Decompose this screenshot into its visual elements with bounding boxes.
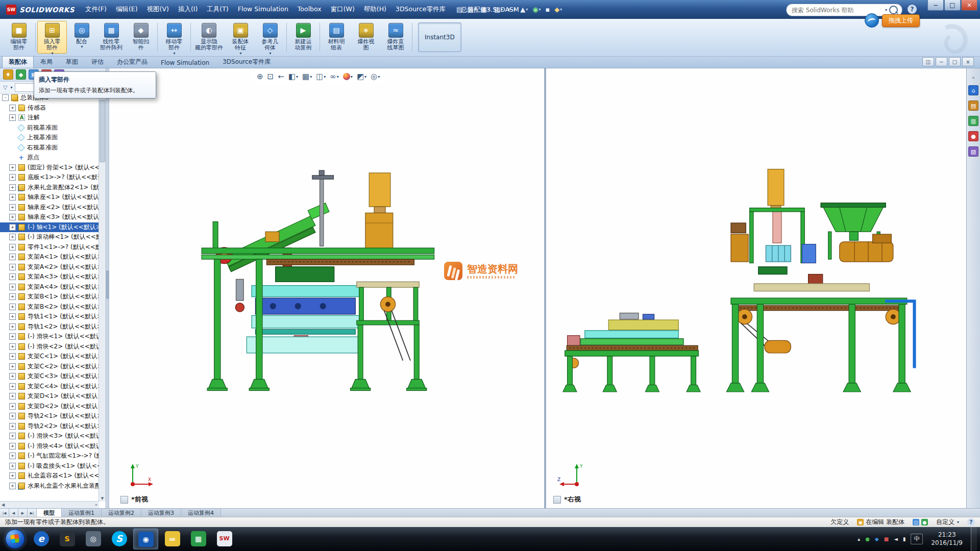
menu-item-4[interactable]: 工具(T) — [202, 3, 233, 16]
expand-toggle-icon[interactable]: + — [9, 353, 16, 360]
ribbon-smart-fasteners-button[interactable]: ◆智能扣件 — [126, 21, 156, 54]
tree-item-12[interactable]: +轴承座<3> (默认<<默认) — [0, 212, 99, 222]
instant3d-button[interactable]: Instant3D — [418, 22, 461, 52]
tree-item-31[interactable]: +支架D<2> (默认<<默认>_ — [0, 402, 99, 412]
expand-toggle-icon[interactable]: + — [9, 343, 16, 350]
expand-toggle-icon[interactable]: + — [9, 313, 16, 320]
tree-item-30[interactable]: +支架D<1> (默认<<默认>_ — [0, 391, 99, 402]
network-icon[interactable]: ▮ — [903, 537, 906, 542]
tree-item-3[interactable]: 前视基准面 — [0, 123, 99, 133]
tree-item-11[interactable]: +轴承座<2> (默认<<默认) — [0, 203, 99, 213]
zoom-fit-icon[interactable]: ⊕ — [255, 71, 265, 82]
sogou-input-icon[interactable]: S — [55, 529, 79, 548]
expand-toggle-icon[interactable]: + — [9, 224, 16, 231]
ribbon-move-component-button[interactable]: ↔移动零部件▾ — [159, 21, 189, 54]
zoom-area-icon[interactable]: ⊡ — [266, 71, 276, 82]
customize-control[interactable]: 自定义 ▾ — [936, 518, 959, 527]
tree-item-19[interactable]: +支架A<4> (默认<<默认>_ — [0, 282, 99, 292]
expand-toggle-icon[interactable]: + — [9, 373, 16, 380]
tree-item-21[interactable]: +支架B<2> (默认<<默认>_ — [0, 302, 99, 312]
tree-item-9[interactable]: +水果礼盒装配体2<1> (默认 — [0, 183, 99, 193]
tree-item-13[interactable]: +(-) 轴<1> (默认<<默认>_1 — [0, 222, 99, 233]
expand-toggle-icon[interactable]: + — [9, 244, 16, 251]
expand-toggle-icon[interactable]: + — [9, 273, 16, 280]
expand-toggle-icon[interactable]: + — [9, 114, 16, 121]
tree-item-4[interactable]: 上视基准面 — [0, 133, 99, 143]
filter-icon[interactable]: ▽ — [3, 84, 7, 91]
tree-item-39[interactable]: +水果礼盒盖个水果礼盒装配 — [0, 481, 99, 491]
expand-toggle-icon[interactable]: + — [9, 393, 16, 399]
expand-toggle-icon[interactable]: + — [9, 234, 16, 240]
ribbon-linear-pattern-button[interactable]: ▦线性零部件阵列 — [96, 21, 126, 54]
expand-toggle-icon[interactable]: + — [9, 433, 16, 439]
expand-toggle-icon[interactable]: + — [9, 483, 16, 489]
expand-toggle-icon[interactable]: + — [9, 254, 16, 260]
tree-item-37[interactable]: +(-) 吸盘接头<1> (默认<<默 — [0, 461, 99, 471]
command-tab-6[interactable]: 3DSource零件库 — [216, 56, 277, 68]
maximize-button[interactable]: □ — [944, 0, 961, 11]
tree-item-35[interactable]: +(-) 滑块<4> (默认<<默认> — [0, 441, 99, 452]
window-close-icon[interactable]: × — [962, 57, 974, 66]
propertymanager-tab-icon[interactable]: ◆ — [16, 69, 26, 80]
file-explorer-icon[interactable]: ▥ — [968, 116, 978, 126]
start-button[interactable] — [5, 529, 25, 549]
tree-item-26[interactable]: +支架C<1> (默认<<默认>_ — [0, 352, 99, 362]
tree-item-32[interactable]: +导轨2<1> (默认<<默认>_ — [0, 411, 99, 421]
tree-item-24[interactable]: +(-) 滑块<1> (默认<<默认> — [0, 332, 99, 342]
tree-item-33[interactable]: +导轨2<2> (默认<<默认>_ — [0, 421, 99, 432]
ribbon-mate-button[interactable]: ◎配合▾ — [67, 21, 96, 54]
select-icon[interactable]: ▲▾ — [518, 5, 530, 14]
model-front-view[interactable] — [109, 68, 544, 508]
help-button[interactable]: ? — [908, 5, 917, 14]
expand-toggle-icon[interactable]: + — [9, 463, 16, 469]
expand-toggle-icon[interactable]: + — [9, 363, 16, 370]
command-tab-4[interactable]: 办公室产品 — [110, 56, 154, 68]
show-desktop-button[interactable] — [971, 527, 977, 551]
command-tab-0[interactable]: 装配体 — [2, 56, 34, 68]
language-indicator[interactable]: 中 — [911, 534, 923, 544]
expand-toggle-icon[interactable]: + — [9, 293, 16, 300]
expand-toggle-icon[interactable]: + — [9, 423, 16, 430]
expand-toggle-icon[interactable]: + — [9, 304, 16, 310]
tree-horizontal-scrollbar[interactable]: ◀ » — [0, 501, 99, 508]
tray-expand-icon[interactable]: ▴ — [857, 537, 860, 542]
ie-icon[interactable]: e — [29, 529, 53, 548]
tree-item-17[interactable]: +支架A<2> (默认<<默认>_ — [0, 262, 99, 272]
expand-toggle-icon[interactable]: + — [9, 413, 16, 419]
expand-toggle-icon[interactable]: + — [9, 453, 16, 459]
menu-item-9[interactable]: 3DSource零件库 — [391, 3, 450, 16]
window-minimize-icon[interactable]: − — [936, 57, 947, 66]
command-tab-5[interactable]: Flow Simulation — [154, 57, 216, 68]
menu-item-8[interactable]: 帮助(H) — [359, 3, 391, 16]
tree-item-36[interactable]: +(-) 气缸固定板<1>->? (默认 — [0, 451, 99, 461]
tree-item-34[interactable]: +(-) 滑块<3> (默认<<默认> — [0, 431, 99, 441]
tree-item-10[interactable]: +轴承座<1> (默认<<默认) — [0, 192, 99, 203]
tab-nav-2[interactable]: ▶ — [18, 509, 28, 517]
section-view-icon[interactable]: ◧▾ — [287, 71, 300, 82]
display-style-icon[interactable]: ◫▾ — [314, 71, 327, 82]
tab-nav-0[interactable]: |◀ — [0, 509, 9, 517]
menu-item-7[interactable]: 窗口(W) — [326, 3, 359, 16]
custom-properties-icon[interactable]: ▧ — [968, 146, 978, 157]
volume-icon[interactable]: ◄ — [894, 537, 898, 542]
expand-toggle-icon[interactable]: + — [9, 443, 16, 449]
menu-item-5[interactable]: Flow Simulation — [233, 3, 293, 16]
tree-item-2[interactable]: +A注解 — [0, 113, 99, 123]
sync-icon[interactable]: ◆ — [875, 537, 879, 542]
ribbon-explode-lines-button[interactable]: ≈爆炸直线草图 — [381, 21, 410, 54]
antivirus-icon[interactable]: ● — [865, 537, 870, 542]
command-tab-3[interactable]: 评估 — [85, 56, 110, 68]
menu-item-6[interactable]: Toolbox — [293, 3, 326, 16]
menu-item-2[interactable]: 视图(V) — [142, 3, 174, 16]
search-dropdown-icon[interactable]: ▾ — [885, 8, 887, 12]
file-properties-icon[interactable]: ▪ — [544, 5, 552, 14]
tree-item-5[interactable]: 右视基准面 — [0, 143, 99, 153]
tab-nav-3[interactable]: ▶| — [28, 509, 37, 517]
expand-toggle-icon[interactable]: + — [9, 194, 16, 201]
model-tab-4[interactable]: 运动算例4 — [181, 509, 221, 517]
expand-toggle-icon[interactable]: + — [9, 174, 16, 181]
tree-item-29[interactable]: +支架C<4> (默认<<默认>_ — [0, 382, 99, 392]
expand-toggle-icon[interactable]: + — [9, 383, 16, 390]
search-app-icon[interactable]: ◎ — [81, 529, 105, 548]
model-right-view[interactable] — [546, 68, 966, 508]
